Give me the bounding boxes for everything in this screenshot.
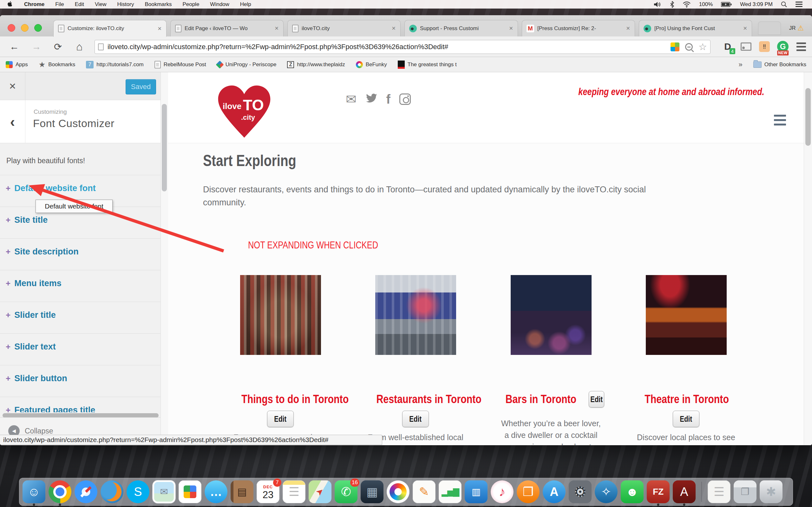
skype-dock-icon[interactable]: S [126, 481, 149, 503]
bookmark-star-icon[interactable]: ☆ [699, 42, 707, 52]
avg-safeprice-icon[interactable] [670, 43, 679, 51]
calendar-dock-icon[interactable]: 7 DEC 23 [257, 481, 280, 503]
keynote-dock-icon[interactable]: ▥ [465, 481, 488, 503]
menu-item-history[interactable]: History [117, 1, 134, 8]
url-text[interactable]: iloveto.city/wp-admin/customize.php?retu… [107, 43, 667, 51]
bookmarks-overflow-chevron[interactable]: » [739, 60, 742, 69]
tab-close-icon[interactable]: ✕ [509, 25, 513, 32]
zoom-out-icon[interactable] [685, 43, 693, 51]
sidebar-scrollbar-track[interactable] [160, 72, 168, 445]
section-featured-pages-title[interactable]: +Featured pages title [0, 397, 160, 412]
section-slider-title[interactable]: +Slider title [0, 302, 160, 333]
tab-gmail[interactable]: M [Press Customizr] Re: 2- ✕ [522, 20, 635, 37]
bookmark-uniprogy[interactable]: UniProgy - Periscope [217, 61, 276, 68]
tab-close-icon[interactable]: ✕ [275, 25, 279, 32]
tab-edit-page[interactable]: Edit Page ‹ iloveTO — Wo ✕ [170, 20, 284, 37]
tab-close-icon[interactable]: ✕ [158, 26, 162, 32]
email-icon[interactable]: ✉ [346, 92, 357, 107]
notes-dock-icon[interactable]: ☰ [283, 481, 305, 503]
preview-scrollbar-track[interactable] [804, 72, 812, 445]
edit-button[interactable]: Edit [673, 411, 699, 427]
tab-support[interactable]: Support - Press Customi ✕ [404, 20, 518, 37]
menu-app-name[interactable]: Chrome [24, 1, 44, 8]
tab-close-icon[interactable]: ✕ [743, 25, 747, 32]
acrobat-dock-icon[interactable]: A [673, 481, 696, 503]
bookmark-befunky[interactable]: BeFunky [356, 61, 387, 68]
home-button[interactable]: ⌂ [76, 41, 83, 53]
restaurants-image[interactable] [375, 275, 456, 355]
tab-customize[interactable]: Customize: iloveTO.city ✕ [53, 20, 166, 37]
minimize-window-button[interactable] [21, 24, 29, 32]
chrome-dock-icon[interactable] [49, 481, 71, 503]
other-bookmarks[interactable]: Other Bookmarks [753, 61, 806, 68]
menu-item-file[interactable]: File [55, 1, 64, 8]
new-tab-button[interactable] [758, 21, 781, 35]
preview-scrollbar-thumb[interactable] [805, 88, 811, 146]
zoom-window-button[interactable] [34, 24, 42, 32]
edit-button[interactable]: Edit [589, 391, 604, 407]
sidebar-scrollbar-thumb[interactable] [162, 104, 167, 191]
textedit-dock-icon[interactable]: ☰ [708, 481, 730, 503]
spotlight-icon[interactable] [781, 1, 787, 8]
address-bar[interactable]: iloveto.city/wp-admin/customize.php?retu… [95, 40, 711, 54]
notification-center-icon[interactable] [796, 2, 803, 7]
bookmark-rebelmouse[interactable]: RebelMouse Post [154, 61, 206, 68]
instagram-icon[interactable] [399, 94, 411, 105]
safari-dock-icon[interactable] [74, 481, 97, 503]
menu-item-view[interactable]: View [95, 1, 107, 8]
panel-back-chevron-icon[interactable]: ‹ [0, 100, 26, 143]
itunes-dock-icon[interactable]: ♪ [491, 481, 513, 503]
bookmark-tutorials7[interactable]: 7http://tutorials7.com [86, 61, 143, 68]
mail-dock-icon[interactable]: ✉ [153, 481, 175, 503]
menu-item-people[interactable]: People [183, 1, 199, 8]
forward-button[interactable]: → [32, 41, 41, 52]
facebook-icon[interactable]: f [386, 92, 391, 107]
bars-image[interactable] [511, 275, 592, 355]
photos-dock-icon[interactable] [387, 481, 409, 503]
person-extension-icon[interactable]: ‼ [759, 41, 770, 52]
system-preferences-dock-icon[interactable]: ⚙ [569, 481, 592, 503]
section-slider-button[interactable]: +Slider button [0, 365, 160, 397]
section-menu-items[interactable]: +Menu items [0, 270, 160, 302]
menu-item-edit[interactable]: Edit [75, 1, 84, 8]
trash-dock-icon[interactable]: ✱ [760, 481, 782, 503]
theatre-image[interactable] [646, 275, 727, 355]
saved-button[interactable]: Saved [125, 79, 156, 95]
customizer-close-icon[interactable]: ✕ [0, 72, 26, 100]
edit-button[interactable]: Edit [402, 411, 429, 427]
g-extension-icon[interactable]: G NEW [777, 41, 789, 52]
menu-item-window[interactable]: Window [210, 1, 229, 8]
pages-dock-icon[interactable]: ✎ [413, 481, 436, 503]
volume-icon[interactable] [654, 1, 662, 8]
openoffice-dock-icon[interactable]: ✧ [595, 481, 618, 503]
wechat-dock-icon[interactable]: ☻ [621, 481, 644, 503]
maps-dock-icon[interactable]: ➤ [309, 481, 332, 503]
filezilla-dock-icon[interactable]: FZ [647, 481, 670, 503]
bookmark-theplaidz[interactable]: Zhttp://www.theplaidz [287, 61, 345, 68]
twitter-icon[interactable] [365, 94, 377, 105]
tab-ilovetocity[interactable]: iloveTO.city ✕ [287, 20, 401, 37]
contacts-dock-icon[interactable]: ▤ [231, 481, 253, 503]
section-slider-text[interactable]: +Slider text [0, 333, 160, 365]
reload-button[interactable]: ⟳ [54, 41, 62, 52]
tab-close-icon[interactable]: ✕ [626, 25, 630, 32]
bookmark-apps[interactable]: Apps [6, 61, 28, 68]
menu-clock[interactable]: Wed 3:09 PM [740, 1, 773, 8]
close-window-button[interactable] [8, 24, 15, 32]
extension-d-icon[interactable]: D 4 [722, 41, 733, 52]
profile-chip[interactable]: JR ⚠ [782, 21, 811, 35]
edit-button[interactable]: Edit [267, 411, 294, 427]
sidebar-horizontal-scrollbar[interactable] [3, 413, 159, 418]
site-menu-icon[interactable] [774, 115, 786, 125]
firefox-dock-icon[interactable] [101, 481, 123, 503]
things-to-do-image[interactable] [240, 275, 321, 355]
site-logo[interactable]: ilove TO .city [213, 82, 275, 139]
apple-menu-icon[interactable] [8, 1, 13, 8]
bookmark-bookmarks[interactable]: ★Bookmarks [39, 60, 75, 69]
wifi-icon[interactable] [682, 1, 691, 8]
bookmark-greatest-things[interactable]: The greatest things t [398, 60, 457, 69]
tab-font-customizer-doc[interactable]: [Pro] Using the Font Cust ✕ [639, 20, 752, 37]
numbers-dock-icon[interactable]: ▂▅▇ [439, 481, 461, 503]
photo-booth-dock-icon[interactable]: ▦ [361, 481, 384, 503]
cast-extension-icon[interactable] [740, 41, 752, 52]
